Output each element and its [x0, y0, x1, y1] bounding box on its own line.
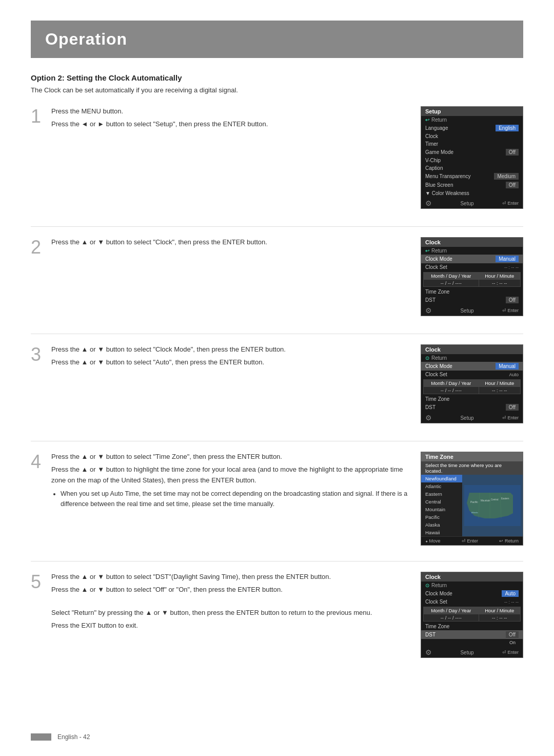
- col-header-time-2: Hour / Minute: [479, 273, 520, 280]
- clock-menu-auto: Clock ⊙ Return Clock Mode Manual Clock S…: [421, 344, 523, 423]
- section-desc: The Clock can be set automatically if yo…: [31, 86, 523, 94]
- clock-enter-hint-5: ⏎ Enter: [502, 650, 519, 655]
- divider-3: [31, 441, 523, 441]
- col-header-time-5: Hour / Minute: [479, 607, 520, 614]
- clock-enter-hint-3: ⏎ Enter: [502, 415, 519, 420]
- col-val-time-3: -- : -- --: [479, 387, 520, 394]
- clock-return-label-5: Return: [431, 583, 447, 588]
- timezone-menu-title: Time Zone: [421, 452, 523, 461]
- clock-table-2: Month / Day / Year Hour / Minute -- / --…: [423, 272, 521, 287]
- clock-return-label-2: Return: [431, 248, 447, 254]
- tz-atlantic: Atlantic: [421, 482, 462, 490]
- tz-central: Central: [421, 498, 462, 506]
- clock-table-3: Month / Day / Year Hour / Minute -- / --…: [423, 379, 521, 394]
- step-5-line-3: Select "Return" by pressing the ▲ or ▼ b…: [51, 608, 410, 618]
- setup-bluescreen-item: Blue Screen Off: [421, 181, 523, 189]
- step-5-line-2: Press the ▲ or ▼ button to select "Off" …: [51, 585, 410, 595]
- tz-mountain: Mountain: [421, 506, 462, 513]
- setup-menu-title: Setup: [421, 107, 523, 116]
- clock-menu-dst: Clock ⊙ Return Clock Mode Auto Clock Set…: [421, 572, 523, 658]
- timezone-list: Newfoundland Atlantic Eastern Central Mo…: [421, 475, 462, 536]
- timezone-label-2: Time Zone: [425, 289, 449, 295]
- timezone-label-3: Time Zone: [425, 396, 449, 402]
- clock-label: Clock: [425, 133, 438, 139]
- step-4-note-1: When you set up Auto Time, the set time …: [61, 489, 410, 509]
- setup-menu-box: Setup ↩ Return Language English Clock Ti…: [421, 106, 523, 209]
- bluescreen-value: Off: [506, 182, 519, 188]
- dst-label-3: DST: [425, 404, 436, 410]
- step-4-number: 4: [31, 453, 51, 471]
- section-title: Option 2: Setting the Clock Automaticall…: [31, 73, 523, 82]
- clock-return-2: ↩ Return: [421, 247, 523, 255]
- step-5-ui: Clock ⊙ Return Clock Mode Auto Clock Set…: [421, 572, 523, 660]
- clock-table-wrapper-2: Month / Day / Year Hour / Minute -- / --…: [421, 271, 523, 288]
- dst-label-2: DST: [425, 297, 436, 303]
- clock-menu-title-3: Clock: [421, 345, 523, 354]
- divider-2: [31, 334, 523, 334]
- step-1-number: 1: [31, 107, 51, 126]
- clock-footer-label-3: Setup: [460, 415, 473, 421]
- dst-on-item-5: On: [421, 639, 523, 646]
- tz-move-hint: ⬥ Move: [425, 538, 441, 544]
- colorweakness-label: ▼ Color Weakness: [425, 190, 469, 196]
- step-5-line-4: Press the EXIT button to exit.: [51, 621, 410, 631]
- clockset-label-5: Clock Set: [425, 599, 447, 605]
- clock-return-5: ⊙ Return: [421, 581, 523, 589]
- col-val-date-5: -- / -- / ----: [424, 614, 479, 622]
- clock-gear-icon-3: ⚙: [425, 414, 432, 422]
- setup-language-item: Language English: [421, 124, 523, 132]
- gamemode-value: Off: [506, 149, 519, 156]
- language-label: Language: [425, 125, 448, 131]
- step-4-row: 4 Press the ▲ or ▼ button to select "Tim…: [31, 452, 523, 546]
- timezone-map-svg: Pacific Mountain Central Eastern Atlanti…: [464, 485, 521, 526]
- clock-gear-icon-5: ⚙: [425, 648, 432, 656]
- step-5-text: Press the ▲ or ▼ button to select "DST"(…: [51, 572, 421, 633]
- step-3-number: 3: [31, 345, 51, 364]
- step-3-line-2: Press the ▲ or ▼ button to select "Auto"…: [51, 357, 410, 368]
- menutrans-value: Medium: [494, 173, 519, 180]
- clock-footer-5: ⚙ Setup ⏎ Enter: [421, 646, 523, 657]
- step-4-notes: When you set up Auto Time, the set time …: [61, 489, 410, 509]
- bluescreen-label: Blue Screen: [425, 182, 453, 188]
- setup-gamemode-item: Game Mode Off: [421, 148, 523, 157]
- timezone-map: Pacific Mountain Central Eastern Atlanti…: [462, 475, 523, 536]
- timezone-item-2: Time Zone: [421, 288, 523, 296]
- svg-text:Mountain: Mountain: [481, 499, 490, 502]
- clockmode-item-2: Clock Mode Manual: [421, 255, 523, 263]
- gamemode-label: Game Mode: [425, 149, 453, 155]
- clockmode-value-2: Manual: [496, 256, 519, 262]
- svg-text:Pacific: Pacific: [470, 500, 478, 503]
- clock-gear-icon-2: ⚙: [425, 306, 432, 315]
- setup-clock-item: Clock: [421, 132, 523, 140]
- dst-item-3: DST Off: [421, 403, 523, 412]
- timezone-footer: ⬥ Move ⏎ Enter ↩ Return: [421, 536, 523, 545]
- setup-menu-footer: ⚙ Setup ⏎ Enter: [421, 197, 523, 208]
- step-1-text: Press the MENU button. Press the ◄ or ► …: [51, 106, 421, 132]
- step-1-ui: Setup ↩ Return Language English Clock Ti…: [421, 106, 523, 211]
- step-3-line-1: Press the ▲ or ▼ button to select "Clock…: [51, 344, 410, 355]
- setup-timer-item: Timer: [421, 140, 523, 148]
- svg-text:Atlantic: Atlantic: [471, 511, 478, 514]
- clockmode-label-5: Clock Mode: [425, 591, 452, 596]
- col-val-time-5: -- : -- --: [479, 614, 520, 622]
- tz-newfoundland: Newfoundland: [421, 475, 462, 482]
- page-content: Option 2: Setting the Clock Automaticall…: [31, 73, 523, 660]
- timer-label: Timer: [425, 141, 438, 147]
- step-1-line-2: Press the ◄ or ► button to select "Setup…: [51, 119, 410, 130]
- clockset-value-5: -- : -- --: [504, 599, 519, 605]
- dst-value-2: Off: [506, 297, 519, 303]
- step-3-text: Press the ▲ or ▼ button to select "Clock…: [51, 344, 421, 370]
- step-2-ui: Clock ↩ Return Clock Mode Manual Clock S…: [421, 237, 523, 318]
- clockset-item-2: Clock Set -- : -- --: [421, 263, 523, 271]
- setup-return-label: Return: [431, 117, 447, 123]
- clock-footer-2: ⚙ Setup ⏎ Enter: [421, 304, 523, 316]
- clock-return-arrow-icon-2: ↩: [425, 248, 429, 254]
- language-value: English: [496, 125, 519, 131]
- step-2-line-1: Press the ▲ or ▼ button to select "Clock…: [51, 237, 410, 248]
- clockmode-item-3: Clock Mode Manual: [421, 362, 523, 371]
- step-4-line-2: Press the ▲ or ▼ button to highlight the…: [51, 464, 410, 486]
- vchip-label: V-Chip: [425, 158, 441, 163]
- col-header-time-3: Hour / Minute: [479, 380, 520, 387]
- tz-alaska: Alaska: [421, 521, 462, 529]
- step-4-ui: Time Zone Select the time zone where you…: [421, 452, 523, 546]
